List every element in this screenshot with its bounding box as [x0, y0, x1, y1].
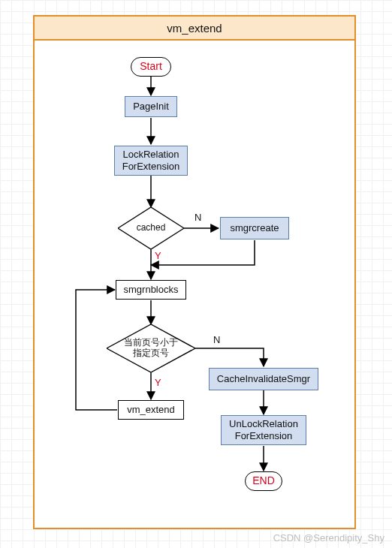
smgrnblocks-node: smgrnblocks	[116, 280, 186, 300]
start-node: Start	[131, 57, 171, 77]
diagram-frame: vm_extend Start Pa	[33, 15, 356, 529]
edges-layer	[35, 17, 357, 531]
edge-label-y2: Y	[155, 377, 161, 388]
unlockrelation-node: UnLockRelation ForExtension	[221, 415, 306, 445]
vmextend-node: vm_extend	[118, 400, 184, 420]
compare-decision: 当前页号小于 指定页号	[107, 324, 195, 372]
svg-marker-11	[107, 324, 195, 372]
cached-label: cached	[118, 207, 184, 249]
svg-marker-10	[118, 207, 184, 249]
lockrelation-node: LockRelation ForExtension	[114, 146, 188, 176]
compare-label: 当前页号小于 指定页号	[107, 324, 195, 372]
cacheinvalidate-node: CacheInvalidateSmgr	[209, 368, 318, 390]
edge-label-n2: N	[213, 334, 220, 345]
pageinit-node: PageInit	[125, 96, 177, 117]
watermark: CSDN @Serendipity_Shy	[273, 532, 384, 543]
end-node: END	[245, 471, 282, 491]
smgrcreate-node: smgrcreate	[220, 217, 289, 239]
diagram-title: vm_extend	[35, 17, 354, 41]
edge-label-y1: Y	[155, 250, 161, 261]
edge-label-n1: N	[194, 212, 201, 223]
cached-decision: cached	[118, 207, 184, 249]
